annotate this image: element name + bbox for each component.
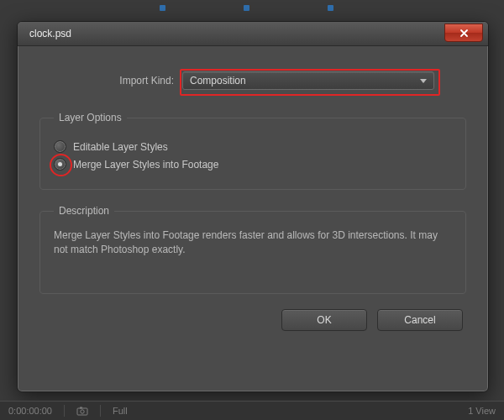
radio-merge-layer-styles[interactable]: Merge Layer Styles into Footage [54, 158, 452, 171]
description-legend: Description [54, 205, 114, 217]
view-count[interactable]: 1 View [465, 406, 499, 416]
import-kind-label: Import Kind: [39, 75, 182, 87]
description-text: Merge Layer Styles into Footage renders … [54, 228, 452, 258]
timecode: 0:00:00:00 [5, 406, 55, 416]
highlight-radio [50, 154, 72, 176]
radio-label: Merge Layer Styles into Footage [73, 159, 218, 171]
radio-icon [54, 158, 66, 171]
svg-rect-0 [77, 408, 87, 415]
svg-rect-2 [80, 407, 82, 409]
close-button[interactable] [444, 24, 483, 42]
import-kind-value: Composition [190, 75, 420, 87]
ok-button[interactable]: OK [281, 309, 367, 331]
import-dialog: clock.psd Import Kind: Composition Layer… [17, 21, 489, 392]
svg-point-1 [81, 410, 84, 413]
layer-options-legend: Layer Options [54, 112, 127, 123]
radio-label: Editable Layer Styles [73, 141, 168, 153]
close-icon [459, 29, 469, 38]
description-group: Description Merge Layer Styles into Foot… [39, 205, 466, 294]
chevron-down-icon [420, 79, 427, 83]
radio-icon [54, 140, 66, 153]
window-title: clock.psd [29, 28, 444, 39]
camera-icon[interactable] [73, 406, 92, 416]
titlebar[interactable]: clock.psd [18, 22, 488, 46]
radio-editable-layer-styles[interactable]: Editable Layer Styles [54, 140, 452, 153]
statusbar: 0:00:00:00 Full 1 View [0, 401, 504, 420]
resolution[interactable]: Full [109, 406, 131, 416]
cancel-button[interactable]: Cancel [377, 309, 463, 331]
import-kind-dropdown[interactable]: Composition [182, 71, 434, 90]
layer-options-group: Layer Options Editable Layer Styles Merg… [39, 112, 466, 190]
